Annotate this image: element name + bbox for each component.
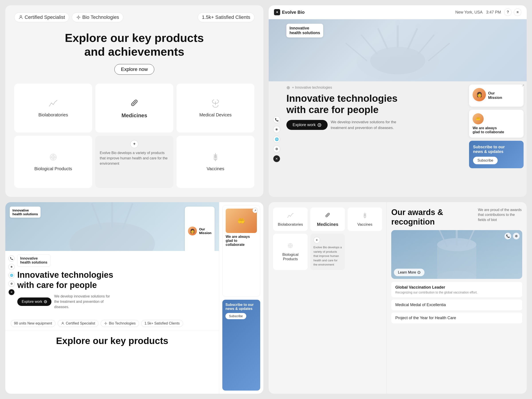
panel3-health-label: Innovative health solutions xyxy=(10,207,41,218)
medical-devices-card[interactable]: Medical Devices xyxy=(177,83,254,133)
top-badges: Certified Specialist Bio Technologies 1.… xyxy=(14,13,254,22)
bio-products-icon xyxy=(48,152,58,164)
award-image-actions: 📞 ⚙ xyxy=(505,233,519,239)
nav-globe[interactable]: 🌐 xyxy=(273,136,280,143)
vaccines-icon xyxy=(211,152,220,164)
panel3-footer: Explore our key products xyxy=(5,330,219,352)
logo-icon: ✦ xyxy=(274,9,280,15)
add-button[interactable]: + xyxy=(130,140,138,148)
panel-bottom-left: 👩 Our Mission Innovative health solution… xyxy=(5,202,263,394)
p3-bio-icon xyxy=(104,322,108,325)
p4-medicines-icon xyxy=(324,211,331,220)
biolabs-icon xyxy=(48,98,58,110)
person-icon xyxy=(18,15,23,20)
panel3-actions: Explore work We develop innovative solut… xyxy=(17,294,215,310)
p3-clients-badge: 1.5k+ Satisfied Clients xyxy=(141,320,183,327)
panel-top-right: ✦ Evolve Bio New York, USA 3:47 PM ? ≡ xyxy=(269,5,527,197)
panel3-content: 📞 ❄ 🌐 ⚙ ✕ Innovative health solutions In… xyxy=(5,251,219,317)
panel3-contact-image: 🤲 xyxy=(226,209,257,233)
contact-top: 🤲 xyxy=(473,113,520,124)
p4-vaccines-card[interactable]: Vaccines xyxy=(348,208,382,231)
medical-devices-icon xyxy=(211,98,220,110)
units-badge: 98 units New equipment xyxy=(11,320,55,327)
award-item-0-sub: Recognizing our contribution to the glob… xyxy=(395,291,518,294)
menu-button[interactable]: ≡ xyxy=(514,8,521,16)
subscribe-button[interactable]: Subscribe xyxy=(473,157,498,164)
award-image: 📞 ⚙ Learn More xyxy=(391,230,522,279)
p4-biolabs-icon xyxy=(287,212,294,221)
hero-image: Innovative health solutions xyxy=(269,19,527,81)
explore-now-button[interactable]: Explore now xyxy=(114,64,154,75)
medical-devices-label: Medical Devices xyxy=(199,112,232,117)
p4-biolabs-card[interactable]: Biolaboratories xyxy=(273,208,308,231)
learn-more-button[interactable]: Learn More xyxy=(394,269,424,276)
svg-line-39 xyxy=(327,214,329,216)
contact-avatar: 🤲 xyxy=(473,113,484,124)
svg-point-36 xyxy=(62,322,63,323)
nav-settings[interactable]: ⚙ xyxy=(273,146,280,152)
medicines-icon xyxy=(129,98,140,110)
medicines-label: Medicines xyxy=(121,112,147,119)
svg-point-0 xyxy=(20,16,21,17)
p4-biolabs-label: Biolaboratories xyxy=(278,222,303,227)
p3-nav-phone[interactable]: 📞 xyxy=(8,255,15,262)
bio-tech-badge: Bio Technologies xyxy=(72,13,123,22)
innovative-desc: We develop innovative solutions for the … xyxy=(331,119,397,131)
add-product-card: + Evolve Bio develops a variety of produ… xyxy=(95,136,173,188)
innovative-section: ⊕ + Innovative technologies Innovative t… xyxy=(269,81,469,197)
p3-nav-globe[interactable]: 🌐 xyxy=(8,272,15,279)
panel3-mission-float: 👩 Our Mission xyxy=(185,207,215,251)
nav-snowflake[interactable]: ❄ xyxy=(273,126,280,133)
panel4-products: Biolaboratories Medicines xyxy=(269,202,387,394)
p3-nav-close[interactable]: ✕ xyxy=(8,289,15,295)
mission-card: 👩 Our Mission xyxy=(469,84,524,107)
panel3-subscribe-btn[interactable]: Subscribe xyxy=(225,313,246,319)
browser-icons: ? ≡ xyxy=(504,8,521,16)
health-solutions-label: Innovative health solutions xyxy=(286,24,323,38)
p3-certified-badge: Certified Specialist xyxy=(58,320,99,327)
side-cards: 👩 Our Mission 🤲 We are always glad to co… xyxy=(469,81,527,197)
panel3-contact-expand[interactable]: ↗ xyxy=(253,208,258,213)
p3-nav-snowflake[interactable]: ❄ xyxy=(8,264,15,270)
panel3-mission-label: Our Mission xyxy=(199,227,211,235)
panel3-health-label-badge: Innovative health solutions xyxy=(17,254,50,266)
award-items: Global Vaccination Leader Recognizing ou… xyxy=(391,282,522,323)
panel3-nav: 📞 ❄ 🌐 ⚙ ✕ xyxy=(8,255,15,295)
explore-work-button[interactable]: Explore work xyxy=(286,120,328,130)
panel-top-left: Certified Specialist Bio Technologies 1.… xyxy=(5,5,263,197)
biological-products-card[interactable]: Biological Products xyxy=(14,136,92,188)
panel3-explore-work-btn[interactable]: Explore work xyxy=(17,298,51,306)
nav-phone[interactable]: 📞 xyxy=(273,116,280,123)
contact-expand[interactable]: ↗ xyxy=(522,83,525,87)
award-share-btn[interactable]: ⚙ xyxy=(513,233,519,239)
award-phone-btn[interactable]: 📞 xyxy=(505,233,511,239)
p4-medicines-card[interactable]: Medicines xyxy=(310,208,345,231)
panel3-contact-side-card: ↗ 🤲 We are always glad to collaborate xyxy=(222,205,260,297)
innovative-actions: Explore work We develop innovative solut… xyxy=(286,119,464,131)
nav-close[interactable]: ✕ xyxy=(273,155,280,162)
help-button[interactable]: ? xyxy=(504,8,512,16)
p4-vaccines-icon xyxy=(361,212,368,221)
vaccines-label: Vaccines xyxy=(207,166,224,171)
p4-bio-products-card[interactable]: Biological Products xyxy=(273,234,308,270)
panel3-sub-title: Subscribe to our news & updates xyxy=(225,303,257,311)
svg-point-23 xyxy=(375,24,380,29)
products-grid: Biolaboratories Medicines Medical Device… xyxy=(14,83,254,188)
explore-arrow-icon xyxy=(317,123,321,127)
p3-arrow-icon xyxy=(44,300,47,303)
panel3-hero-image: 👩 Our Mission Innovative health solution… xyxy=(5,202,219,251)
p3-nav-settings[interactable]: ⚙ xyxy=(8,281,15,287)
awards-header: Our awards & recognition We are proud of… xyxy=(391,208,522,227)
biolaboratories-card[interactable]: Biolaboratories xyxy=(14,83,92,133)
mission-label: Our Mission xyxy=(488,91,502,100)
bio-products-label: Biological Products xyxy=(34,166,72,171)
vaccines-card[interactable]: Vaccines xyxy=(177,136,254,188)
hero-title: Explore our key products and achievement… xyxy=(14,31,254,59)
medicines-card[interactable]: Medicines xyxy=(95,83,173,133)
p3-bio-tech-badge: Bio Technologies xyxy=(101,320,139,327)
p4-add-button[interactable]: + xyxy=(313,237,320,243)
p4-info-text: Evolve Bio develops a variety of product… xyxy=(313,245,342,267)
subscribe-card: Subscribe to our news & updates Subscrib… xyxy=(469,141,524,168)
svg-point-14 xyxy=(370,47,425,74)
bottom-badges: 98 units New equipment Certified Special… xyxy=(5,317,219,330)
